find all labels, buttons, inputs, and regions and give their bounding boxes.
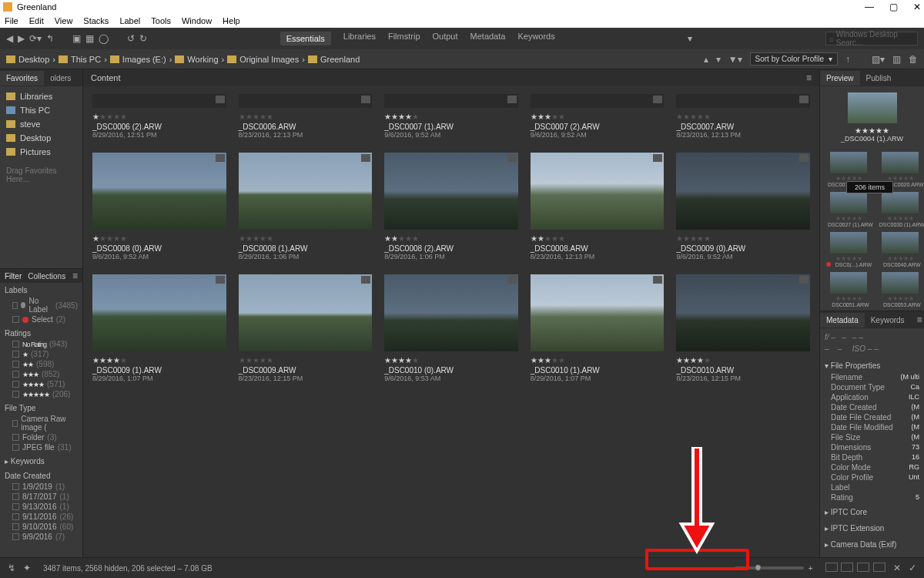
mini-thumb[interactable]: ★★★★★ _DSC0(...).ARW — [825, 232, 873, 267]
workspace-more-icon[interactable]: ▾ — [688, 33, 692, 44]
favorite-desktop[interactable]: Desktop — [0, 131, 82, 145]
thumbnail[interactable]: ★★★★★_DSC0010 (1).ARW8/29/2016, 1:07 PM — [531, 274, 665, 382]
rotate-ccw-icon[interactable]: ↺ — [127, 33, 135, 44]
labels-header[interactable]: Labels — [5, 284, 78, 296]
workspace-metadata[interactable]: Metadata — [470, 32, 506, 45]
camera-icon[interactable]: ▣ — [72, 33, 81, 44]
back-button[interactable]: ◀ — [6, 33, 13, 44]
menu-edit[interactable]: Edit — [29, 16, 44, 25]
meta-section-iptc-core[interactable]: ▸ IPTC Core — [825, 506, 919, 519]
thumbnail[interactable]: ★★★★★_DSC0006 (2).ARW8/29/2016, 12:51 PM — [92, 94, 226, 139]
filter-rating[interactable]: No Rating (943) — [5, 339, 78, 349]
filter-rating[interactable]: ★★★★★ (206) — [5, 389, 78, 399]
filter-date[interactable]: 1/9/2019 (1) — [5, 482, 78, 492]
forward-button[interactable]: ▶ — [18, 33, 25, 44]
close-button[interactable]: ✕ — [913, 2, 921, 12]
mini-thumb[interactable]: ★★★★★_DSC0053.ARW — [876, 272, 924, 307]
workspace-output[interactable]: Output — [433, 32, 458, 45]
filter-filetype[interactable]: Folder (3) — [5, 432, 78, 442]
thumbnail[interactable]: ★★★★★_DSC0010.ARW8/23/2016, 12:15 PM — [676, 274, 810, 382]
breadcrumb-0[interactable]: Desktop — [6, 55, 49, 64]
thumbnail[interactable]: ★★★★★_DSC0009 (1).ARW8/29/2016, 1:07 PM — [92, 274, 226, 382]
filter-filetype[interactable]: JPEG file (31) — [5, 442, 78, 452]
apply-icon[interactable]: ✓ — [909, 563, 916, 573]
mini-thumb[interactable]: ★★★★★_DSC0040.ARW — [876, 232, 924, 267]
filter-label-select[interactable]: Select (2) — [5, 314, 78, 324]
maximize-button[interactable]: ▢ — [889, 2, 898, 12]
filter-rating[interactable]: ★ (317) — [5, 349, 78, 359]
filter-date[interactable]: 9/11/2016 (26) — [5, 512, 78, 522]
tab-folders[interactable]: olders — [44, 71, 77, 86]
workspace-essentials[interactable]: Essentials — [280, 32, 331, 45]
content-menu-icon[interactable]: ≡ — [806, 72, 812, 83]
menu-help[interactable]: Help — [223, 16, 240, 25]
history-icon[interactable]: ⟳▾ — [29, 33, 42, 44]
zoom-knob[interactable] — [755, 564, 762, 571]
meta-section-iptc-extension[interactable]: ▸ IPTC Extension — [825, 522, 919, 535]
menu-window[interactable]: Window — [182, 16, 212, 25]
favorite-libraries[interactable]: Libraries — [0, 89, 82, 103]
filter-date[interactable]: 9/13/2016 (1) — [5, 502, 78, 512]
thumbnail[interactable]: ★★★★★_DSC0008 (0).ARW9/6/2016, 9:52 AM — [92, 153, 226, 260]
breadcrumb-5[interactable]: Greenland — [308, 55, 360, 64]
filter-rating[interactable]: ★★ (598) — [5, 359, 78, 369]
trash-icon[interactable]: 🗑 — [909, 54, 918, 65]
metadata-menu-icon[interactable]: ≡ — [911, 311, 924, 328]
favorite-steve[interactable]: steve — [0, 117, 82, 131]
filter-rating[interactable]: ★★★★ (571) — [5, 379, 78, 389]
thumbnail[interactable]: ★★★★★_DSC0009 (0).ARW9/6/2016, 9:52 AM — [676, 153, 810, 260]
thumbnail[interactable]: ★★★★★_DSC0008 (1).ARW8/29/2016, 1:06 PM — [239, 153, 373, 260]
filter-items-icon[interactable]: ▾ — [716, 54, 721, 65]
keywords-header[interactable]: ▸ Keywords — [5, 455, 78, 467]
filter-filetype[interactable]: Camera Raw image ( — [5, 414, 78, 432]
ratings-header[interactable]: Ratings — [5, 328, 78, 339]
funnel-icon[interactable]: ▼▾ — [728, 54, 742, 65]
open-recent-icon[interactable]: ▥ — [892, 54, 901, 65]
new-folder-icon[interactable]: ▧▾ — [872, 54, 885, 65]
filetype-header[interactable]: File Type — [5, 402, 78, 414]
tab-collections[interactable]: Collections — [28, 272, 65, 281]
minimize-button[interactable]: — — [865, 2, 874, 12]
breadcrumb-1[interactable]: This PC — [59, 55, 101, 64]
thumbnail[interactable]: ★★★★★_DSC0008 (2).ARW8/29/2016, 1:06 PM — [384, 153, 518, 260]
workspace-libraries[interactable]: Libraries — [343, 32, 376, 45]
open-camera-raw-icon[interactable]: ◯ — [99, 33, 109, 44]
thumbnail[interactable]: ★★★★★_DSC0009.ARW8/23/2016, 12:15 PM — [239, 274, 373, 382]
mini-thumb[interactable]: ★★★★★_DSC0051.ARW — [825, 272, 873, 307]
refine-icon[interactable]: ▦ — [85, 33, 94, 44]
pin-icon[interactable]: ✦ — [23, 563, 31, 573]
tab-preview[interactable]: Preview — [820, 71, 860, 86]
breadcrumb-3[interactable]: Working — [175, 55, 218, 64]
thumbnail[interactable]: ★★★★★_DSC0007 (1).ARW9/6/2016, 9:52 AM — [384, 94, 518, 139]
meta-section-gps[interactable]: ▸ GPS — [825, 554, 919, 557]
favorite-pictures[interactable]: Pictures — [0, 145, 82, 159]
zoom-in-icon[interactable]: + — [808, 564, 813, 573]
view-thumb-icon[interactable] — [841, 563, 853, 572]
reveal-icon[interactable]: ↰ — [46, 33, 54, 44]
filter-rating[interactable]: ★★★ (852) — [5, 369, 78, 379]
mini-thumb[interactable]: ★★★★★_DSC0027 (1).ARW — [825, 192, 873, 227]
thumbnail[interactable]: ★★★★★_DSC0007 (2).ARW9/6/2016, 9:52 AM — [531, 94, 665, 139]
filter-menu-icon[interactable]: ≡ — [72, 271, 78, 281]
view-details-icon[interactable] — [857, 563, 869, 572]
filter-date[interactable]: 8/17/2017 (1) — [5, 492, 78, 502]
zoom-slider[interactable]: − + — [722, 563, 816, 574]
zoom-track[interactable] — [735, 566, 804, 570]
filter-label-no-label[interactable]: No Label (3485) — [5, 296, 78, 314]
favorite-this-pc[interactable]: This PC — [0, 103, 82, 117]
thumbnail[interactable]: ★★★★★_DSC0006.ARW8/23/2016, 12:13 PM — [239, 94, 373, 139]
breadcrumb-4[interactable]: Original Images — [227, 55, 299, 64]
cancel-icon[interactable]: ✕ — [893, 563, 901, 573]
mini-thumb[interactable]: ★★★★★_DSC0030 (1).ARW — [876, 192, 924, 227]
rotate-cw-icon[interactable]: ↻ — [139, 33, 147, 44]
view-list-icon[interactable] — [873, 563, 886, 572]
meta-section-camera-data--exif-[interactable]: ▸ Camera Data (Exif) — [825, 538, 919, 551]
tab-keywords[interactable]: Keywords — [865, 313, 911, 328]
tab-favorites[interactable]: Favorites — [0, 71, 44, 86]
breadcrumb-2[interactable]: Images (E:) — [110, 55, 166, 64]
tab-filter[interactable]: Filter — [5, 272, 22, 281]
filter-date[interactable]: 9/9/2016 (7) — [5, 532, 78, 542]
thumbnail[interactable]: ★★★★★_DSC0010 (0).ARW9/6/2016, 9:53 AM — [384, 274, 518, 382]
menu-view[interactable]: View — [55, 16, 73, 25]
menu-tools[interactable]: Tools — [151, 16, 171, 25]
